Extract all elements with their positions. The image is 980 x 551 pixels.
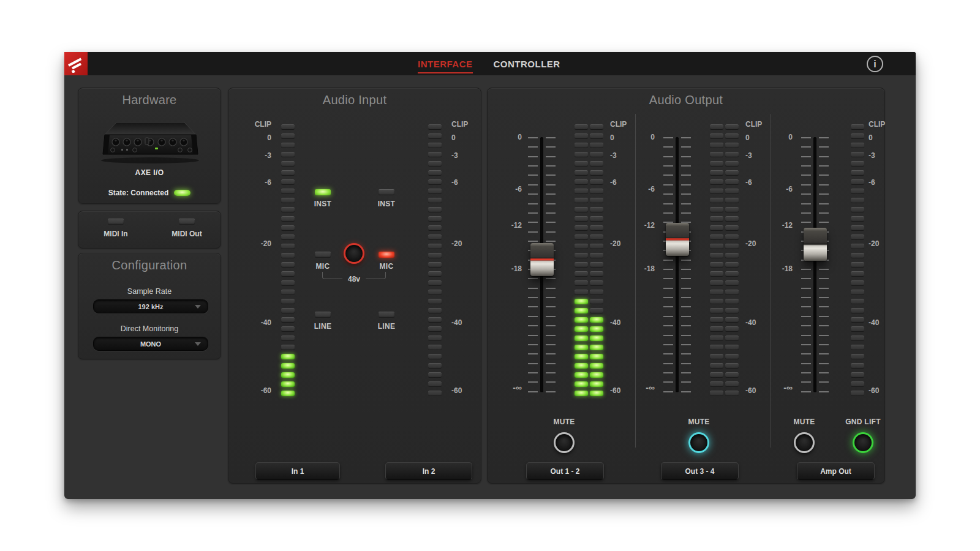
meter-scale-label: -6 — [869, 178, 886, 187]
meter-scale-label: -60 — [241, 386, 271, 395]
meter-scale-label: -3 — [869, 151, 886, 160]
ampout-gnd-lift: GND LIFT — [843, 418, 883, 453]
fader-scale-label: -12 — [494, 221, 522, 230]
ampout-fader-knob[interactable] — [804, 228, 827, 261]
out34-mute-button[interactable] — [688, 432, 709, 453]
direct-monitoring-value: MONO — [140, 340, 161, 348]
ampout-meter-scale: CLIP 0 -3 -6 -20 -40 -60 — [869, 124, 886, 396]
audio-output-panel: Audio Output 0 -6 -12 -18 -∞ — [487, 88, 885, 484]
out34-meter-left — [710, 124, 723, 396]
mic-led — [315, 252, 331, 258]
top-bar: INTERFACE CONTROLLER i — [64, 52, 916, 75]
meter-scale-label: CLIP — [451, 120, 478, 129]
out12-name-button[interactable]: Out 1 - 2 — [526, 462, 604, 480]
meter-scale-label: CLIP — [745, 120, 772, 129]
meter-scale-label: CLIP — [869, 120, 886, 129]
meter-scale-label: -6 — [241, 178, 271, 187]
tab-controller[interactable]: CONTROLLER — [494, 52, 560, 75]
out34-fader[interactable] — [663, 137, 691, 392]
out34-name-button[interactable]: Out 3 - 4 — [661, 462, 739, 480]
gnd-lift-button[interactable] — [853, 432, 873, 453]
line-label: LINE — [314, 322, 332, 331]
fader-ticks — [663, 137, 673, 392]
inst-led — [379, 189, 394, 195]
out34-name: Out 3 - 4 — [685, 467, 714, 476]
inst-label: INST — [314, 200, 332, 208]
fader-scale-label: 0 — [627, 133, 655, 141]
out12-meter-left — [575, 124, 588, 396]
sample-rate-select[interactable]: 192 kHz — [93, 299, 208, 313]
app-window: INTERFACE CONTROLLER i Hardware — [64, 52, 916, 499]
midi-out-indicator: MIDI Out — [159, 219, 214, 238]
fader-track[interactable] — [813, 137, 816, 392]
meter-scale-label: CLIP — [241, 120, 271, 129]
fader-scale-label: -18 — [494, 264, 522, 273]
fader-track[interactable] — [676, 137, 679, 392]
midi-in-indicator: MIDI In — [88, 219, 143, 238]
mic-label: MIC — [380, 262, 394, 271]
meter-scale-label: CLIP — [610, 120, 637, 129]
input1-name-button[interactable]: In 1 — [255, 462, 340, 480]
meter-scale-label: -3 — [451, 151, 478, 160]
out12-meter-right — [590, 124, 603, 396]
midi-out-label: MIDI Out — [172, 230, 202, 238]
out12-fader-scale: 0 -6 -12 -18 -∞ — [494, 137, 522, 392]
line-led — [379, 312, 394, 318]
input2-meter-scale: CLIP 0 -3 -6 -20 -40 -60 — [451, 124, 478, 396]
sample-rate-value: 192 kHz — [138, 303, 164, 310]
configuration-title: Configuration — [78, 258, 221, 272]
out12-mute-button[interactable] — [554, 432, 575, 453]
input1-inst-indicator: INST — [303, 189, 342, 208]
fader-scale-label: -∞ — [494, 383, 522, 392]
fader-scale-label: -12 — [764, 221, 793, 230]
mute-label: MUTE — [793, 418, 815, 426]
audio-input-title: Audio Input — [228, 93, 481, 107]
phantom-48v-button[interactable] — [344, 243, 364, 264]
ik-logo-glyph — [67, 54, 85, 73]
out12-fader[interactable] — [528, 137, 556, 392]
mute-label: MUTE — [553, 418, 575, 426]
fader-scale-label: 0 — [764, 133, 793, 141]
ampout-mute-button[interactable] — [794, 432, 815, 453]
fader-ticks — [681, 137, 691, 392]
audio-output-title: Audio Output — [488, 93, 884, 107]
input2-inst-indicator: INST — [367, 189, 406, 208]
midi-panel: MIDI In MIDI Out — [78, 211, 221, 249]
meter-scale-label: 0 — [451, 133, 478, 142]
fader-scale-label: -18 — [764, 264, 793, 273]
device-state-row: State: Connected — [78, 189, 221, 197]
out12-mute: MUTE — [545, 418, 584, 453]
meter-scale-label: 0 — [241, 133, 271, 142]
hardware-panel: Hardware — [78, 88, 221, 204]
fader-scale-label: -18 — [627, 264, 655, 273]
main-tabs: INTERFACE CONTROLLER — [418, 52, 560, 75]
out34-meter-right — [725, 124, 739, 396]
tab-interface[interactable]: INTERFACE — [418, 52, 473, 75]
direct-monitoring-select[interactable]: MONO — [93, 337, 208, 351]
midi-in-label: MIDI In — [104, 230, 127, 238]
bracket-left — [322, 272, 342, 279]
fader-scale-label: -6 — [627, 185, 655, 193]
ampout-name-button[interactable]: Amp Out — [797, 462, 875, 480]
ampout-fader[interactable] — [801, 137, 829, 392]
line-led — [315, 312, 331, 318]
fader-scale-label: -6 — [764, 185, 793, 193]
device-image — [97, 118, 204, 168]
bracket-right — [366, 272, 386, 279]
fader-ticks — [819, 137, 829, 392]
out34-fader-scale: 0 -6 -12 -18 -∞ — [627, 137, 655, 392]
mute-label: MUTE — [688, 418, 709, 426]
meter-scale-label: -40 — [451, 318, 478, 327]
ampout-fader-scale: 0 -6 -12 -18 -∞ — [764, 137, 793, 392]
fader-ticks — [801, 137, 811, 392]
input2-name-button[interactable]: In 2 — [385, 462, 472, 480]
meter-scale-label: -20 — [451, 239, 478, 248]
info-icon[interactable]: i — [867, 56, 883, 72]
meter-scale-label: -20 — [241, 239, 271, 248]
ampout-meter — [851, 124, 864, 396]
gnd-lift-label: GND LIFT — [845, 418, 881, 426]
fader-scale-label: -6 — [494, 185, 522, 193]
out34-fader-knob[interactable] — [666, 223, 689, 256]
out12-fader-knob[interactable] — [530, 243, 554, 276]
input2-name: In 2 — [423, 467, 435, 476]
